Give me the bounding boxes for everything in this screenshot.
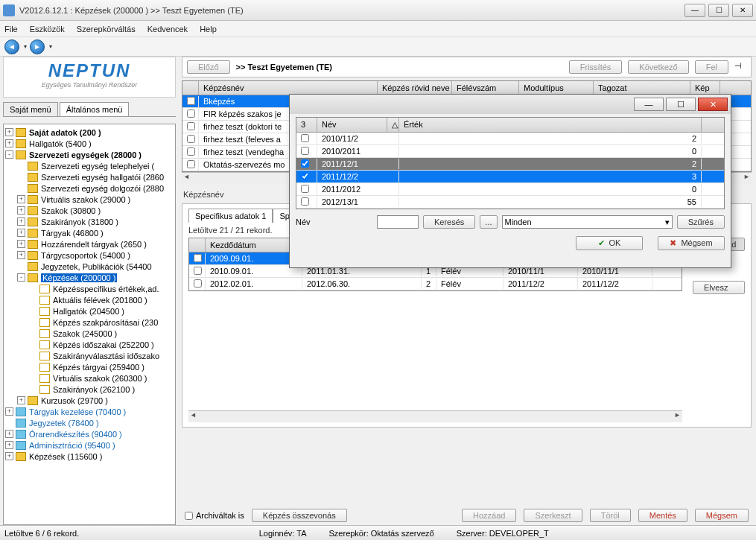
remove-period-button[interactable]: Elvesz: [693, 281, 745, 294]
tree-row[interactable]: Szakok (245000 ): [5, 328, 174, 339]
tree-expander[interactable]: +: [17, 229, 25, 237]
row-checkbox[interactable]: [301, 197, 309, 206]
nav-tree[interactable]: +Saját adatok (200 )+Hallgatók (5400 )-S…: [3, 124, 176, 525]
column-header[interactable]: Képzésnév: [199, 81, 378, 95]
dialog-cancel-button[interactable]: Mégsem: [658, 236, 725, 250]
pin-icon[interactable]: ⊣: [734, 61, 746, 73]
row-checkbox[interactable]: [187, 122, 195, 130]
tree-expander[interactable]: +: [17, 396, 25, 404]
column-header[interactable]: Kép: [690, 81, 720, 95]
tree-expander[interactable]: +: [5, 430, 13, 438]
tree-row[interactable]: Szakirányválasztási időszako: [5, 350, 174, 361]
edit-button[interactable]: Szerkeszt: [524, 509, 582, 522]
tree-row[interactable]: Képzésspecifikus értékek,ad.: [5, 283, 174, 294]
tree-row[interactable]: +Virtuális szakok (29000 ): [5, 194, 174, 205]
tree-expander[interactable]: +: [5, 441, 13, 449]
tree-row[interactable]: Szakirányok (262100 ): [5, 384, 174, 395]
tab-own-menu[interactable]: Saját menü: [3, 102, 58, 116]
column-header[interactable]: Félévszám: [452, 81, 519, 95]
tree-row[interactable]: -Képzések (200000 ): [5, 272, 174, 283]
table-row[interactable]: 2010/20110: [296, 145, 724, 158]
tree-expander[interactable]: +: [5, 139, 13, 147]
save-button[interactable]: Mentés: [638, 509, 687, 522]
column-header[interactable]: △: [387, 118, 399, 132]
merge-button[interactable]: Képzés összevonás: [252, 509, 347, 522]
tree-row[interactable]: Szervezeti egység telephelyei (: [5, 160, 174, 171]
column-header[interactable]: Név: [317, 118, 387, 132]
nav-back-button[interactable]: ◄: [4, 39, 19, 54]
tree-expander[interactable]: -: [17, 273, 25, 282]
tree-row[interactable]: +Szakok (30800 ): [5, 205, 174, 216]
archived-checkbox-input[interactable]: [185, 512, 193, 520]
tree-row[interactable]: +Hozzárendelt tárgyak (2650 ): [5, 238, 174, 250]
column-header[interactable]: [189, 238, 206, 252]
table-row[interactable]: 2011/12/23: [296, 171, 724, 183]
maximize-button[interactable]: ☐: [708, 4, 729, 17]
delete-button[interactable]: Töröl: [590, 509, 631, 522]
column-header[interactable]: Érték: [399, 118, 702, 132]
tab-spec1[interactable]: Specifikus adatok 1: [188, 209, 273, 223]
table-row[interactable]: 2012.02.01.2012.06.30.2Félév2011/12/2201…: [189, 278, 682, 290]
tree-row[interactable]: +Tárgycsoportok (54000 ): [5, 250, 174, 261]
nav-forward-button[interactable]: ►: [30, 39, 45, 54]
tree-row[interactable]: Jegyzetek (78400 ): [5, 417, 174, 428]
up-button[interactable]: Fel: [695, 60, 728, 74]
tree-row[interactable]: Képzés tárgyai (259400 ): [5, 361, 174, 372]
tree-row[interactable]: Aktuális félévek (201800 ): [5, 294, 174, 305]
tree-expander[interactable]: +: [17, 206, 25, 215]
filter-name-input[interactable]: [377, 215, 419, 229]
tree-row[interactable]: Szervezeti egység hallgatói (2860: [5, 171, 174, 182]
tree-row[interactable]: Jegyzetek, Publikációk (54400: [5, 261, 174, 272]
row-checkbox[interactable]: [194, 254, 202, 262]
dialog-minimize-button[interactable]: —: [634, 98, 664, 111]
ok-button[interactable]: OK: [576, 236, 643, 250]
tree-row[interactable]: Szervezeti egység dolgozói (2880: [5, 182, 174, 194]
tree-row[interactable]: Képzés szakpárosításai (230: [5, 317, 174, 328]
chevron-down-icon[interactable]: ▾: [24, 43, 27, 50]
row-checkbox[interactable]: [187, 135, 195, 143]
table-row[interactable]: 2010/11/22: [296, 133, 724, 145]
tree-row[interactable]: +Tárgyak (46800 ): [5, 227, 174, 238]
tree-row[interactable]: +Tárgyak kezelése (70400 ): [5, 406, 174, 417]
column-header[interactable]: Tagozat: [594, 81, 690, 95]
tree-expander[interactable]: +: [17, 240, 25, 248]
next-button[interactable]: Következő: [628, 60, 688, 74]
more-button[interactable]: ...: [480, 215, 497, 229]
tree-expander[interactable]: +: [17, 217, 25, 226]
dialog-maximize-button[interactable]: ☐: [666, 98, 696, 111]
column-header[interactable]: Képzés rövid neve: [378, 81, 452, 95]
filter-button[interactable]: Szűrés: [677, 215, 725, 229]
row-checkbox[interactable]: [301, 134, 309, 142]
h-scrollbar[interactable]: ◄►: [188, 410, 682, 422]
row-checkbox[interactable]: [187, 160, 195, 168]
row-checkbox[interactable]: [301, 147, 309, 155]
chevron-down-icon[interactable]: ▾: [49, 43, 52, 50]
row-checkbox[interactable]: [301, 159, 309, 168]
row-checkbox[interactable]: [194, 279, 202, 288]
row-checkbox[interactable]: [187, 109, 195, 118]
tree-row[interactable]: +Szakirányok (31800 ): [5, 216, 174, 227]
table-row[interactable]: 2011/12/12: [296, 158, 724, 171]
menu-tools[interactable]: Eszközök: [30, 25, 65, 34]
column-header[interactable]: 3: [296, 118, 317, 132]
tree-expander[interactable]: +: [5, 128, 13, 136]
cancel-button[interactable]: Mégsem: [695, 509, 749, 522]
tree-row[interactable]: +Kurzusok (29700 ): [5, 395, 174, 406]
menu-favorites[interactable]: Kedvencek: [147, 25, 188, 34]
tree-expander[interactable]: +: [5, 452, 13, 460]
add-button[interactable]: Hozzáad: [462, 509, 516, 522]
tree-expander[interactable]: -: [5, 150, 13, 159]
column-header[interactable]: Modultípus: [519, 81, 594, 95]
tree-row[interactable]: +Képzések (115600 ): [5, 451, 174, 462]
tree-row[interactable]: Képzés időszakai (252200 ): [5, 339, 174, 350]
row-checkbox[interactable]: [301, 172, 309, 180]
filter-combo[interactable]: Minden▾: [502, 215, 673, 229]
table-row[interactable]: 2012/13/155: [296, 196, 724, 209]
row-checkbox[interactable]: [194, 267, 202, 275]
tree-expander[interactable]: +: [17, 251, 25, 259]
tree-row[interactable]: +Hallgatók (5400 ): [5, 138, 174, 149]
dialog-close-button[interactable]: ✕: [698, 98, 728, 111]
tree-expander[interactable]: +: [5, 407, 13, 416]
tab-general-menu[interactable]: Általános menü: [60, 102, 130, 116]
tree-row[interactable]: +Órarendkészítés (90400 ): [5, 428, 174, 439]
